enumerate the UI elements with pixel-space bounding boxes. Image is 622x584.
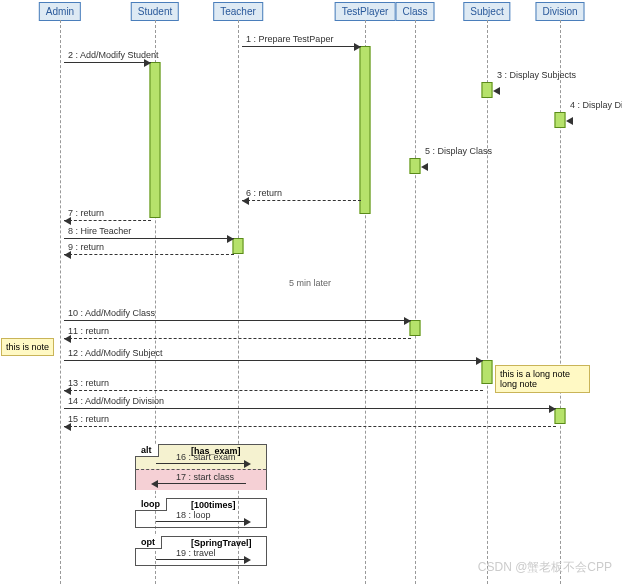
arrowhead: [64, 251, 71, 259]
message-label: 1 : Prepare TestPaper: [246, 34, 333, 44]
activation-bar: [482, 82, 493, 98]
participant-subject: Subject: [463, 2, 510, 21]
message-label: 11 : return: [68, 326, 109, 336]
message-arrow: [64, 390, 483, 391]
fragment-guard: [SpringTravel]: [191, 538, 252, 548]
fragment-label: loop: [135, 498, 167, 511]
arrowhead: [244, 556, 251, 564]
activation-bar: [233, 238, 244, 254]
message-arrow: [64, 338, 411, 339]
message-label: 6 : return: [246, 188, 282, 198]
fragment-alt: 16 : start exam17 : start classalt[has_e…: [135, 444, 267, 490]
activation-bar: [410, 158, 421, 174]
lifeline-class: [415, 20, 416, 584]
activation-bar: [410, 320, 421, 336]
message-label: 12 : Add/Modify Subject: [68, 348, 163, 358]
fragment-guard: [100times]: [191, 500, 236, 510]
fragment-opt: 19 : travelopt[SpringTravel]: [135, 536, 267, 566]
arrowhead: [64, 387, 71, 395]
arrowhead: [244, 460, 251, 468]
arrowhead: [566, 117, 573, 125]
message-label: 5 : Display Class: [425, 146, 492, 156]
message-label: 8 : Hire Teacher: [68, 226, 131, 236]
participant-admin: Admin: [39, 2, 81, 21]
activation-bar: [360, 46, 371, 214]
message-arrow: [156, 483, 246, 484]
arrowhead: [354, 43, 361, 51]
message-arrow: [64, 408, 556, 409]
lifeline-admin: [60, 20, 61, 584]
lifeline-subject: [487, 20, 488, 584]
participant-class: Class: [395, 2, 434, 21]
message-arrow: [64, 62, 151, 63]
message-label: 18 : loop: [176, 510, 211, 520]
message-label: 17 : start class: [176, 472, 234, 482]
arrowhead: [242, 197, 249, 205]
activation-bar: [150, 62, 161, 218]
message-arrow: [242, 46, 361, 47]
message-arrow: [156, 559, 246, 560]
message-label: 9 : return: [68, 242, 104, 252]
message-arrow: [64, 320, 411, 321]
fragment-label: opt: [135, 536, 162, 549]
message-arrow: [156, 463, 246, 464]
activation-bar: [555, 408, 566, 424]
arrowhead: [476, 357, 483, 365]
participant-division: Division: [535, 2, 584, 21]
message-label: 4 : Display Division: [570, 100, 622, 110]
activation-bar: [482, 360, 493, 384]
arrowhead: [227, 235, 234, 243]
participant-student: Student: [131, 2, 179, 21]
activation-bar: [555, 112, 566, 128]
arrowhead: [64, 423, 71, 431]
message-label: 7 : return: [68, 208, 104, 218]
arrowhead: [64, 217, 71, 225]
message-arrow: [156, 521, 246, 522]
note-left: this is note: [1, 338, 54, 356]
participant-teacher: Teacher: [213, 2, 263, 21]
arrowhead: [404, 317, 411, 325]
arrowhead: [493, 87, 500, 95]
message-arrow: [242, 200, 361, 201]
arrowhead: [64, 335, 71, 343]
divider-text: 5 min later: [289, 278, 331, 288]
message-label: 14 : Add/Modify Division: [68, 396, 164, 406]
participant-testplayer: TestPlayer: [335, 2, 396, 21]
arrowhead: [244, 518, 251, 526]
arrowhead: [549, 405, 556, 413]
message-arrow: [64, 360, 483, 361]
arrowhead: [421, 163, 428, 171]
note-right: this is a long note long note: [495, 365, 590, 393]
fragment-loop: 18 : looploop[100times]: [135, 498, 267, 528]
message-arrow: [64, 426, 556, 427]
watermark: CSDN @蟹老板不会CPP: [478, 559, 612, 576]
message-label: 13 : return: [68, 378, 109, 388]
fragment-label: alt: [135, 444, 159, 457]
arrowhead: [144, 59, 151, 67]
message-label: 15 : return: [68, 414, 109, 424]
message-arrow: [64, 220, 151, 221]
message-label: 2 : Add/Modify Student: [68, 50, 159, 60]
arrowhead: [151, 480, 158, 488]
lifeline-division: [560, 20, 561, 584]
message-label: 19 : travel: [176, 548, 216, 558]
message-arrow: [64, 254, 234, 255]
message-label: 3 : Display Subjects: [497, 70, 576, 80]
message-arrow: [64, 238, 234, 239]
fragment-guard: [has_exam]: [191, 446, 241, 456]
message-label: 10 : Add/Modify Class: [68, 308, 155, 318]
